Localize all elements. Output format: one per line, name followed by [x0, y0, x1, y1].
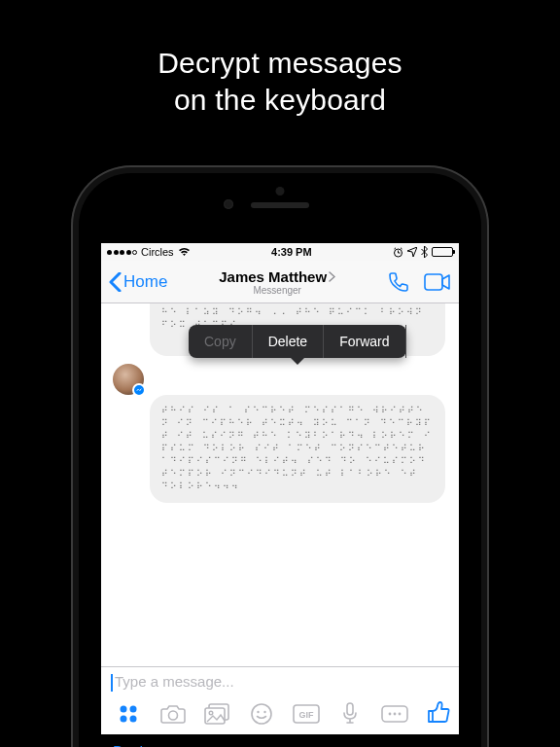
chat-body[interactable]: ⠞⠓⠑ ⠟⠥⠊⠉⠅ ⠃⠗⠕⠺⠝ ⠋⠕⠭ ⠚⠥⠍⠏⠎ ⠕⠧⠑⠗ ⠞⠓⠑ ⠇⠁⠵⠽ …	[101, 303, 459, 666]
more-button[interactable]	[375, 705, 414, 723]
context-menu-delete[interactable]: Delete	[253, 325, 324, 358]
context-menu-copy[interactable]: Copy	[189, 325, 253, 358]
svg-rect-15	[347, 703, 353, 715]
signal-strength-icon	[107, 250, 137, 255]
voice-button[interactable]	[332, 702, 370, 726]
decrypt-back-button[interactable]: Back	[113, 744, 148, 747]
phone-screen: Circles 4:39 PM Home	[101, 243, 459, 747]
svg-point-5	[129, 715, 136, 722]
camera-button[interactable]	[154, 703, 192, 725]
microphone-icon	[342, 702, 358, 726]
avatar[interactable]	[113, 364, 144, 395]
messenger-badge-icon	[132, 383, 146, 397]
battery-icon	[432, 247, 453, 257]
svg-text:GIF: GIF	[298, 710, 314, 720]
svg-point-3	[129, 705, 136, 712]
message-input[interactable]: Type a message...	[111, 673, 449, 692]
phone-sensor	[276, 187, 285, 196]
composer: Type a message...	[101, 666, 459, 734]
alarm-icon	[393, 247, 403, 258]
back-button[interactable]: Home	[109, 272, 167, 292]
svg-point-19	[399, 712, 402, 715]
gif-button[interactable]: GIF	[287, 704, 326, 724]
svg-point-17	[389, 712, 392, 715]
apps-icon	[118, 703, 139, 725]
back-label: Home	[123, 272, 167, 292]
svg-point-10	[252, 704, 271, 724]
phone-icon	[387, 270, 410, 294]
context-menu: Copy Delete Forward	[189, 325, 406, 358]
apps-button[interactable]	[109, 703, 148, 725]
location-icon	[407, 247, 417, 257]
hero-title: Decrypt messages on the keyboard	[0, 0, 560, 118]
like-button[interactable]	[426, 699, 451, 729]
bluetooth-icon	[421, 246, 428, 258]
clock-label: 4:39 PM	[271, 246, 312, 258]
svg-rect-1	[425, 274, 442, 290]
context-menu-arrow-icon	[290, 357, 305, 365]
conversation-title[interactable]: James Matthew	[219, 268, 335, 285]
thumbs-up-icon	[426, 699, 451, 725]
conversation-subtitle: Messenger	[167, 286, 387, 296]
video-call-button[interactable]	[424, 272, 451, 292]
carrier-label: Circles	[141, 246, 174, 258]
hero-line1: Decrypt messages	[158, 47, 402, 79]
gallery-button[interactable]	[197, 703, 236, 725]
chevron-left-icon	[109, 272, 122, 292]
more-icon	[381, 705, 408, 723]
svg-point-4	[120, 715, 126, 722]
video-icon	[424, 272, 451, 292]
phone-frame: Circles 4:39 PM Home	[71, 165, 489, 747]
status-bar: Circles 4:39 PM	[101, 243, 459, 261]
title-text: James Matthew	[219, 268, 327, 285]
stickers-button[interactable]	[242, 702, 281, 726]
svg-point-12	[263, 710, 265, 712]
smiley-icon	[250, 702, 273, 726]
phone-speaker	[251, 202, 309, 208]
hero-line2: on the keyboard	[174, 84, 386, 116]
text-cursor-icon	[111, 674, 113, 692]
camera-icon	[160, 703, 186, 725]
context-menu-forward[interactable]: Forward	[324, 325, 405, 358]
wifi-icon	[178, 247, 191, 257]
svg-point-2	[120, 705, 126, 712]
message-bubble[interactable]: ⠞⠓⠊⠎ ⠊⠎ ⠁ ⠎⠑⠉⠗⠑⠞ ⠍⠑⠎⠎⠁⠛⠑ ⠺⠗⠊⠞⠞⠑⠝ ⠊⠝ ⠉⠊⠏⠓…	[150, 395, 445, 503]
message-placeholder: Type a message...	[115, 673, 234, 690]
svg-point-11	[257, 710, 259, 712]
nav-bar: Home James Matthew Messenger	[101, 261, 459, 303]
svg-point-6	[168, 711, 177, 720]
gallery-icon	[204, 703, 229, 725]
gif-icon: GIF	[293, 704, 320, 724]
chevron-right-icon	[329, 271, 335, 282]
svg-point-18	[394, 712, 397, 715]
audio-call-button[interactable]	[387, 270, 410, 294]
decrypt-panel: Back Decrypted Message Lorem ipsum dolor…	[101, 734, 459, 747]
phone-camera	[224, 199, 233, 209]
